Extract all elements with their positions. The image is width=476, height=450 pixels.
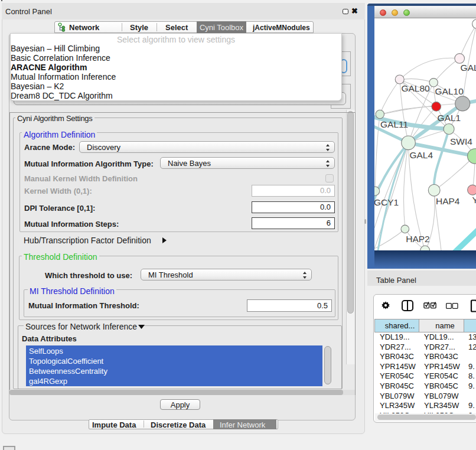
svg-text:GAL11: GAL11 <box>380 119 408 129</box>
svg-text:Y: Y <box>472 195 476 205</box>
svg-text:GAL1: GAL1 <box>438 113 461 123</box>
svg-text:GAL10: GAL10 <box>435 86 464 96</box>
svg-text:SWI4: SWI4 <box>450 136 472 146</box>
svg-text:GCY1: GCY1 <box>374 197 399 207</box>
svg-text:GAL7: GAL7 <box>461 63 476 73</box>
svg-text:HAP2: HAP2 <box>406 234 430 244</box>
svg-text:GAL80: GAL80 <box>401 83 430 93</box>
svg-text:HAP4: HAP4 <box>436 196 460 206</box>
svg-text:GAL4: GAL4 <box>409 150 433 160</box>
